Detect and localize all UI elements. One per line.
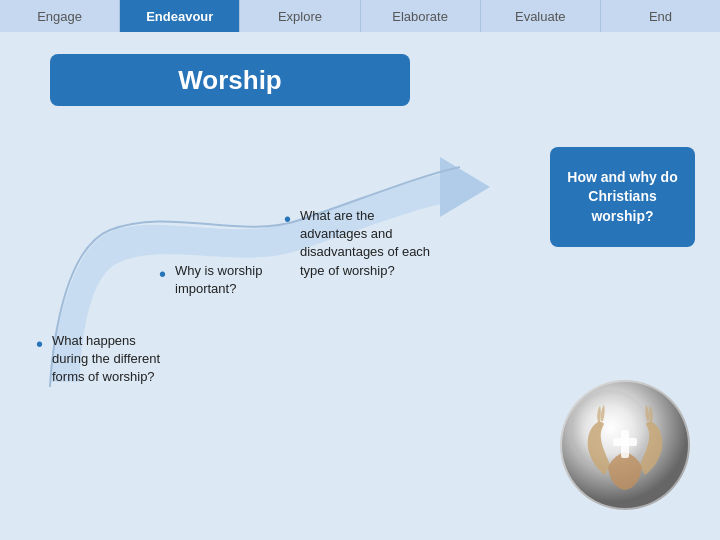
how-why-text: How and why do Christians worship? [560, 168, 685, 227]
navigation-bar: Engage Endeavour Explore Elaborate Evalu… [0, 0, 720, 32]
nav-label-endeavour: Endeavour [146, 9, 213, 24]
nav-item-evaluate[interactable]: Evaluate [481, 0, 601, 32]
svg-rect-4 [613, 438, 637, 446]
nav-label-engage: Engage [37, 9, 82, 24]
bullet-text-1: What happens during the different forms … [52, 333, 160, 384]
nav-label-elaborate: Elaborate [392, 9, 448, 24]
svg-marker-0 [440, 157, 490, 217]
bullet-text-2: Why is worship important? [175, 263, 262, 296]
page-title: Worship [178, 65, 282, 96]
nav-item-engage[interactable]: Engage [0, 0, 120, 32]
bullet-item-1: What happens during the different forms … [52, 332, 172, 387]
main-content: Worship What happens during the differen… [0, 32, 720, 540]
bullet-item-3: What are the advantages and disadvantage… [300, 207, 440, 280]
nav-label-end: End [649, 9, 672, 24]
how-why-box: How and why do Christians worship? [550, 147, 695, 247]
worship-title-box: Worship [50, 54, 410, 106]
nav-item-end[interactable]: End [601, 0, 720, 32]
nav-item-endeavour[interactable]: Endeavour [120, 0, 240, 32]
bullet-text-3: What are the advantages and disadvantage… [300, 208, 430, 278]
bullet-item-2: Why is worship important? [175, 262, 295, 298]
svg-point-2 [570, 390, 650, 470]
nav-item-elaborate[interactable]: Elaborate [361, 0, 481, 32]
nav-label-explore: Explore [278, 9, 322, 24]
nav-item-explore[interactable]: Explore [240, 0, 360, 32]
praying-hands-image [560, 380, 690, 510]
nav-label-evaluate: Evaluate [515, 9, 566, 24]
